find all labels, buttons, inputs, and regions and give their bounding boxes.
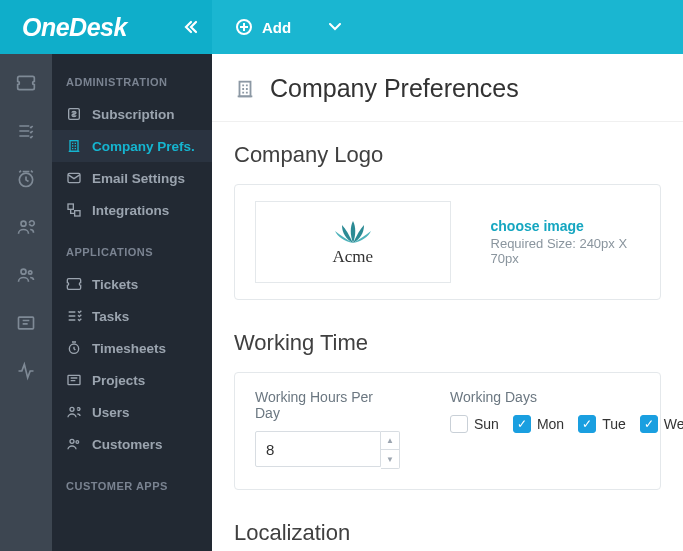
svg-point-14: [76, 441, 79, 444]
day-checkbox[interactable]: ✓: [578, 415, 596, 433]
add-button[interactable]: Add: [212, 0, 683, 54]
day-option-wed: ✓Wed: [640, 415, 683, 433]
plus-icon: [236, 19, 252, 35]
svg-rect-9: [75, 211, 80, 216]
page-header: Company Preferences: [212, 54, 683, 122]
svg-point-13: [70, 439, 74, 443]
sidebar-item-projects[interactable]: Projects: [52, 364, 212, 396]
hours-stepper: ▲ ▼: [381, 431, 400, 469]
section-heading: Company Logo: [234, 142, 661, 168]
integrations-icon: [66, 202, 82, 218]
sidebar-item-integrations[interactable]: Integrations: [52, 194, 212, 226]
sidebar-item-label: Company Prefs.: [92, 139, 195, 154]
working-time-card: Working Hours Per Day ▲ ▼ Working Days S…: [234, 372, 661, 490]
logo-actions: choose image Required Size: 240px X 70px: [491, 218, 640, 266]
svg-rect-15: [240, 81, 251, 96]
page-title: Company Preferences: [270, 74, 519, 103]
sidebar-item-email-settings[interactable]: Email Settings: [52, 162, 212, 194]
company-logo-section: Company Logo Acme choose image Required …: [212, 122, 683, 310]
days-label: Working Days: [450, 389, 683, 405]
sidebar-heading-applications: APPLICATIONS: [52, 238, 212, 268]
brand-area: OneDesk: [0, 0, 212, 54]
section-heading: Working Time: [234, 330, 661, 356]
sidebar-item-label: Tickets: [92, 277, 138, 292]
step-down-button[interactable]: ▼: [381, 450, 399, 468]
sidebar-item-label: Subscription: [92, 107, 175, 122]
lotus-icon: [332, 217, 374, 245]
add-label: Add: [262, 19, 291, 36]
projects-icon: [66, 372, 82, 388]
svg-rect-8: [68, 204, 73, 209]
customers-icon: [66, 436, 82, 452]
logo-card: Acme choose image Required Size: 240px X…: [234, 184, 661, 300]
subscription-icon: [66, 106, 82, 122]
icon-rail: [0, 54, 52, 551]
sidebar-item-label: Users: [92, 405, 130, 420]
day-option-mon: ✓Mon: [513, 415, 564, 433]
users-rail-icon[interactable]: [15, 216, 37, 238]
sidebar-item-customers[interactable]: Customers: [52, 428, 212, 460]
collapse-sidebar-button[interactable]: [184, 20, 198, 34]
section-heading: Localization: [234, 520, 661, 546]
required-size-text: Required Size: 240px X 70px: [491, 236, 640, 266]
svg-rect-6: [70, 141, 78, 152]
building-icon: [66, 138, 82, 154]
sidebar-item-tasks[interactable]: Tasks: [52, 300, 212, 332]
choose-image-link[interactable]: choose image: [491, 218, 640, 234]
projects-rail-icon[interactable]: [15, 312, 37, 334]
logo-preview: Acme: [255, 201, 451, 283]
sidebar-item-label: Integrations: [92, 203, 169, 218]
tasks-icon: [66, 308, 82, 324]
sidebar-item-label: Email Settings: [92, 171, 185, 186]
tickets-icon: [66, 276, 82, 292]
sidebar-item-label: Tasks: [92, 309, 129, 324]
svg-point-2: [21, 269, 26, 274]
localization-section: Localization: [212, 500, 683, 551]
hours-label: Working Hours Per Day: [255, 389, 400, 421]
tasks-rail-icon[interactable]: [15, 120, 37, 142]
brand-logo: OneDesk: [22, 13, 127, 42]
sidebar: ADMINISTRATION Subscription Company Pref…: [52, 54, 212, 551]
day-option-tue: ✓Tue: [578, 415, 626, 433]
sidebar-item-label: Timesheets: [92, 341, 166, 356]
day-label: Sun: [474, 416, 499, 432]
sidebar-item-timesheets[interactable]: Timesheets: [52, 332, 212, 364]
day-checkbox[interactable]: ✓: [513, 415, 531, 433]
day-checkbox[interactable]: [450, 415, 468, 433]
sidebar-heading-customer-apps: CUSTOMER APPS: [52, 472, 212, 502]
clock-icon: [66, 340, 82, 356]
customers-rail-icon[interactable]: [15, 264, 37, 286]
mail-icon: [66, 170, 82, 186]
svg-point-1: [21, 221, 26, 226]
svg-point-12: [70, 407, 74, 411]
hours-input[interactable]: [255, 431, 381, 467]
content: Company Preferences Company Logo Acme ch…: [212, 54, 683, 551]
day-checkbox[interactable]: ✓: [640, 415, 658, 433]
chevron-down-icon: [329, 23, 341, 31]
sidebar-item-label: Customers: [92, 437, 163, 452]
activity-rail-icon[interactable]: [15, 360, 37, 382]
day-option-sun: Sun: [450, 415, 499, 433]
day-label: Mon: [537, 416, 564, 432]
day-label: Wed: [664, 416, 683, 432]
days-field: Working Days Sun✓Mon✓Tue✓Wed: [450, 389, 683, 469]
day-label: Tue: [602, 416, 626, 432]
svg-point-3: [29, 271, 32, 274]
tickets-rail-icon[interactable]: [15, 72, 37, 94]
sidebar-item-users[interactable]: Users: [52, 396, 212, 428]
sidebar-item-company-prefs[interactable]: Company Prefs.: [52, 130, 212, 162]
timesheets-rail-icon[interactable]: [15, 168, 37, 190]
sidebar-heading-admin: ADMINISTRATION: [52, 68, 212, 98]
sidebar-item-tickets[interactable]: Tickets: [52, 268, 212, 300]
sample-company-name: Acme: [332, 247, 373, 267]
sidebar-item-label: Projects: [92, 373, 145, 388]
sidebar-item-subscription[interactable]: Subscription: [52, 98, 212, 130]
step-up-button[interactable]: ▲: [381, 432, 399, 450]
hours-field: Working Hours Per Day ▲ ▼: [255, 389, 400, 469]
working-time-section: Working Time Working Hours Per Day ▲ ▼ W…: [212, 310, 683, 500]
building-icon: [234, 78, 256, 100]
users-icon: [66, 404, 82, 420]
